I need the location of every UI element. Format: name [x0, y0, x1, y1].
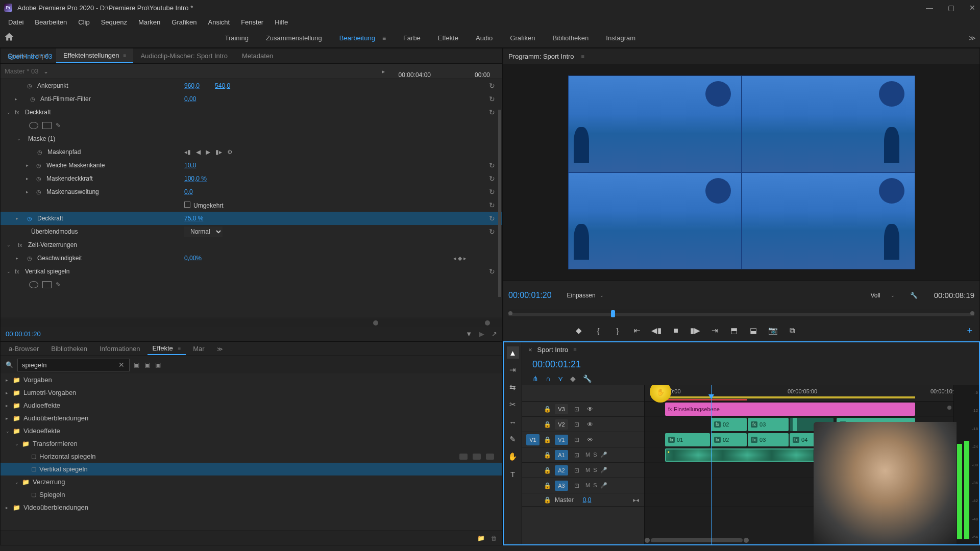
ec-hscroll-cap[interactable] [485, 320, 490, 325]
program-playhead-thumb[interactable] [611, 310, 615, 317]
workspace-zusammenstellung[interactable]: Zusammenstellung [266, 34, 322, 42]
mute-icon[interactable]: M [585, 482, 590, 489]
workspace-instagram[interactable]: Instagram [606, 34, 635, 42]
sync-lock-icon[interactable]: ⊡ [572, 482, 581, 489]
maskendeck-val[interactable]: 100,0 % [184, 175, 207, 182]
tab-menu-icon[interactable]: ≡ [124, 53, 127, 58]
tree-vorgaben[interactable]: Vorgaben [23, 376, 52, 384]
marker-icon[interactable]: ◆ [570, 374, 576, 383]
mute-icon[interactable]: M [585, 452, 590, 458]
razor-tool-icon[interactable]: ✂ [507, 398, 519, 411]
menu-grafiken[interactable]: Grafiken [166, 16, 202, 28]
tree-lumetri[interactable]: Lumetri-Vorgaben [23, 389, 76, 396]
track-a1-label[interactable]: A1 [555, 450, 568, 460]
visibility-icon[interactable]: 👁 [585, 406, 595, 413]
solo-icon[interactable]: S [593, 452, 597, 458]
twirl-icon[interactable]: ▸ [6, 378, 11, 383]
settings-tl-icon[interactable]: 🔧 [583, 374, 592, 383]
twirl-icon[interactable]: ▸ [26, 163, 31, 168]
reset-icon[interactable]: ↻ [489, 95, 495, 103]
ueberblend-select[interactable]: Normal [184, 227, 223, 237]
mark-in-icon[interactable]: { [593, 327, 603, 335]
fx-badge-icon[interactable]: fx [15, 109, 22, 115]
ankerpunkt-y[interactable]: 540,0 [215, 82, 230, 89]
track-a3-label[interactable]: A3 [555, 481, 568, 491]
extract-icon[interactable]: ⬓ [748, 326, 758, 335]
visibility-icon[interactable]: 👁 [585, 421, 595, 428]
new-bin-icon[interactable]: 📁 [477, 535, 485, 542]
scroll-cap-right[interactable] [744, 538, 749, 543]
twirl-icon[interactable]: ▸ [6, 403, 11, 408]
ripple-tool-icon[interactable]: ⇆ [507, 381, 519, 393]
track-a2-label[interactable]: A2 [555, 465, 568, 475]
dropdown-icon[interactable]: ⌄ [600, 293, 604, 298]
twirl-icon[interactable]: ▸ [26, 189, 31, 194]
maximize-button[interactable]: ▢ [947, 4, 954, 11]
go-to-in-icon[interactable]: ⇤ [632, 326, 642, 335]
twirl-icon[interactable]: ⌄ [6, 429, 11, 434]
antiflimmer-val[interactable]: 0,00 [184, 95, 196, 103]
tab-menu-icon[interactable]: ≡ [178, 346, 181, 352]
home-icon[interactable] [4, 32, 17, 45]
track-v3-label[interactable]: V3 [555, 404, 568, 414]
master-volume[interactable]: 0,0 [583, 496, 592, 504]
export-frame-icon[interactable]: 📷 [768, 326, 778, 335]
tabs-overflow-icon[interactable]: ≫ [212, 343, 228, 355]
workspace-overflow-icon[interactable]: ≫ [969, 34, 976, 42]
clip-v1-01[interactable]: fx01 [665, 433, 710, 446]
ankerpunkt-x[interactable]: 960,0 [184, 82, 200, 89]
snap-icon[interactable]: ⋔ [532, 374, 538, 383]
tab-effect-controls[interactable]: Effekteinstellungen ≡ [56, 48, 133, 63]
go-to-out-icon[interactable]: ⇥ [709, 326, 720, 335]
menu-bearbeiten[interactable]: Bearbeiten [30, 16, 72, 28]
reset-icon[interactable]: ↻ [489, 108, 495, 116]
workspace-effekte[interactable]: Effekte [438, 34, 458, 42]
reset-icon[interactable]: ↻ [489, 82, 495, 90]
master-expand-icon[interactable]: ▸◂ [633, 496, 639, 504]
sync-lock-icon[interactable]: ⊡ [572, 452, 581, 459]
add-marker-icon[interactable]: ◆ [574, 326, 584, 335]
menu-ansicht[interactable]: Ansicht [203, 16, 235, 28]
program-quality-select[interactable]: Voll [870, 292, 880, 299]
source-patch-v1[interactable]: V1 [526, 434, 540, 445]
lock-icon[interactable]: 🔒 [544, 406, 551, 413]
stop-icon[interactable]: ■ [671, 326, 681, 335]
stopwatch-icon[interactable]: ◷ [27, 215, 34, 222]
tab-audio-mixer[interactable]: Audioclip-Mischer: Sport Intro [133, 49, 235, 63]
pen-tool-icon[interactable]: ✎ [507, 433, 519, 445]
mask-wrench-icon[interactable]: ⚙ [227, 148, 233, 156]
workspace-bearbeitung[interactable]: Bearbeitung [339, 34, 375, 42]
tab-effekte[interactable]: Effekte ≡ [148, 342, 186, 355]
tab-bibliotheken[interactable]: Bibliotheken [46, 343, 92, 355]
comparison-icon[interactable]: ⧉ [787, 326, 797, 335]
sync-lock-icon[interactable]: ⊡ [572, 467, 581, 474]
weiche-val[interactable]: 10,0 [184, 162, 196, 169]
stopwatch-icon[interactable]: ◷ [27, 255, 34, 262]
tab-media-browser[interactable]: a-Browser [4, 343, 44, 355]
ec-filter-icon[interactable]: ▼ [465, 330, 472, 338]
reset-icon[interactable]: ↻ [489, 174, 495, 183]
visibility-icon[interactable]: 👁 [585, 436, 595, 443]
mask-prev-icon[interactable]: ◀ [196, 148, 201, 156]
twirl-icon[interactable]: ⌄ [7, 269, 12, 274]
workspace-audio[interactable]: Audio [476, 34, 493, 42]
tree-videoeffekte[interactable]: Videoeffekte [23, 427, 60, 435]
mute-icon[interactable]: M [585, 467, 590, 473]
menu-marken[interactable]: Marken [133, 16, 165, 28]
tree-videouber[interactable]: Videoüberblendungen [23, 504, 88, 511]
linked-selection-icon[interactable]: ∩ [546, 374, 551, 383]
ec-only-icon[interactable]: ▶ [479, 330, 484, 338]
mask-next-icon[interactable]: ▮▸ [215, 148, 222, 156]
solo-icon[interactable]: S [593, 482, 597, 489]
track-v2-label[interactable]: V2 [555, 419, 568, 430]
stopwatch-icon[interactable]: ◷ [36, 189, 43, 195]
tab-informationen[interactable]: Informationen [94, 343, 145, 355]
lock-icon[interactable]: 🔒 [544, 421, 551, 428]
program-zoom-select[interactable]: Einpassen [567, 292, 596, 299]
hand-tool-icon[interactable]: ✋ [507, 450, 519, 463]
maskenaus-val[interactable]: 0,0 [184, 188, 193, 195]
program-video-canvas[interactable] [568, 76, 915, 269]
scroll-cap-left[interactable] [645, 538, 650, 543]
twirl-icon[interactable]: ⌄ [17, 136, 22, 141]
reset-icon[interactable]: ↻ [489, 188, 495, 196]
